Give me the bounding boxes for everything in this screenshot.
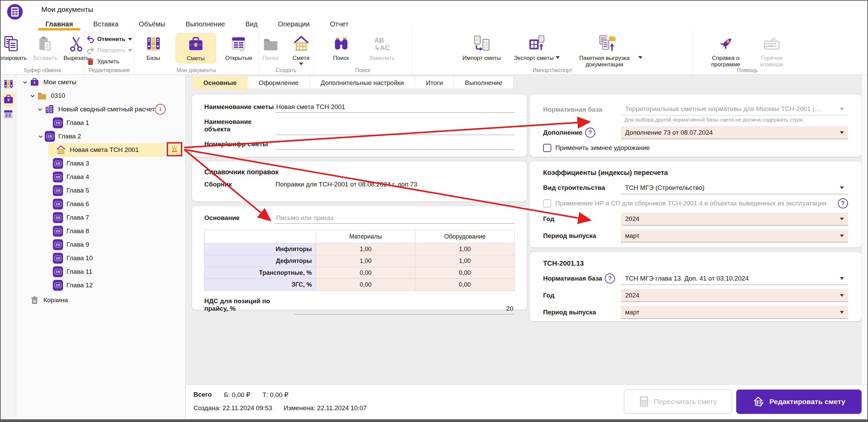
question-icon[interactable]: ? (585, 128, 595, 138)
rail-estimates-button[interactable] (2, 93, 15, 106)
export-icon (528, 35, 546, 53)
chevron-down-icon[interactable] (28, 92, 37, 100)
column-header-equipment: Оборудование (415, 230, 515, 243)
year-dropdown[interactable]: 2024 (621, 213, 848, 225)
binders-icon (145, 35, 162, 53)
about-button[interactable]: Справка о программе (702, 33, 749, 69)
rocket-icon (717, 35, 735, 53)
chapter-icon: гл (53, 172, 63, 182)
menu-tab-report[interactable]: Отчет (320, 18, 359, 30)
recalculate-button[interactable]: Пересчитать смету (624, 390, 732, 414)
hotkeys-button[interactable]: Горячие клавиши (751, 33, 792, 69)
tree-item-chapter-11[interactable]: глГлава 11 (16, 265, 185, 279)
tree-item-chapter-8[interactable]: глГлава 8 (16, 224, 185, 238)
batch-export-dropdown-caret[interactable] (638, 56, 642, 59)
export-estimate-button[interactable]: Экспорт сметы (512, 33, 562, 63)
tree-item-new-estimate-selected[interactable]: Новая смета ТСН 2001 (16, 143, 185, 157)
object-name-input[interactable] (275, 126, 515, 135)
corrections-card: Справочник поправок Сборник Поправки для… (192, 161, 527, 201)
tree-item-chapter-12[interactable]: глГлава 12 (16, 279, 185, 292)
redo-button[interactable]: Повторить (86, 46, 132, 54)
search-button[interactable]: Поиск (323, 33, 359, 63)
menu-tab-main[interactable]: Главная (35, 18, 83, 30)
ribbon-group-label: Поиск (314, 67, 412, 73)
ribbon-group-label: Помощь (693, 67, 802, 73)
tab-execution[interactable]: Выполнение (454, 76, 514, 89)
redo-dropdown-caret[interactable] (128, 49, 132, 52)
info-icon[interactable]: i (155, 104, 166, 115)
question-icon[interactable]: ? (605, 273, 615, 284)
delete-button[interactable]: Удалить (86, 58, 132, 66)
chevron-down-icon[interactable] (36, 105, 44, 113)
tsn13-year-dropdown[interactable]: 2024 (621, 289, 848, 302)
tree-item-chapter-7[interactable]: глГлава 7 (16, 211, 185, 224)
title-bar: Мои документы Главная Вставка Объёмы Вып… (1, 1, 867, 31)
chapter-icon: гл (53, 185, 63, 196)
edit-estimate-button[interactable]: Редактировать смету (736, 390, 862, 414)
estimate-number-input[interactable] (275, 140, 515, 150)
tree-item-chapter-6[interactable]: глГлава 6 (16, 197, 185, 211)
new-estimate-button[interactable]: Смета (287, 33, 316, 67)
vat-input[interactable]: 20 (294, 305, 515, 314)
tsn13-period-dropdown[interactable]: март (621, 306, 848, 319)
tree-item-my-estimates[interactable]: Мои сметы (16, 75, 185, 89)
estimate-number-label: Номер/шифр сметы (204, 140, 275, 150)
construction-type-dropdown[interactable]: ТСН МГЭ (Строительство) (621, 181, 848, 194)
tree-item-recycle-bin[interactable]: Корзина (16, 293, 185, 307)
menu-tab-volumes[interactable]: Объёмы (129, 18, 175, 30)
tree-item-chapter-1[interactable]: глГлава 1 (16, 116, 185, 130)
tree-item-chapter-5[interactable]: глГлава 5 (16, 184, 185, 197)
tsn13-base-dropdown[interactable]: ТСН МГЭ глава 13. Доп. 41 от 03.10.2024 (621, 272, 848, 285)
total-current-value: Т: 0,00 ₽ (263, 391, 289, 399)
open-documents-button[interactable]: Открытые (218, 33, 260, 63)
estimate-name-input[interactable] (275, 103, 515, 113)
tree-item-chapter-10[interactable]: глГлава 10 (16, 251, 185, 265)
tree-item-chapter-4[interactable]: глГлава 4 (16, 170, 185, 184)
export-dropdown-caret[interactable] (556, 56, 560, 59)
scrollbar[interactable] (862, 75, 867, 385)
tab-general[interactable]: Основные (192, 76, 248, 89)
copy-button[interactable]: Копировать (0, 33, 29, 63)
estimates-button[interactable]: Сметы (175, 33, 216, 63)
tab-additional-settings[interactable]: Дополнительные настройки (310, 76, 415, 89)
right-column: Нормативная база Территориальные сметные… (530, 94, 862, 321)
tree-item-chapter-2[interactable]: гл Глава 2 (16, 130, 185, 143)
import-estimate-button[interactable]: Импорт сметы (460, 33, 503, 63)
estimate-house-icon (56, 145, 66, 155)
batch-export-button[interactable]: Пакетная выгрузка документации (571, 33, 644, 69)
menu-tab-view[interactable]: Вид (235, 18, 268, 30)
tsn13-card: ТСН-2001.13 Нормативная база ? ТСН МГЭ г… (530, 252, 862, 321)
winter-surcharge-checkbox[interactable] (543, 144, 551, 152)
basis-input[interactable] (275, 214, 515, 224)
tree-item-chapter-9[interactable]: глГлава 9 (16, 238, 185, 251)
undo-dropdown-caret[interactable] (128, 38, 132, 41)
new-folder-button[interactable]: Папка (257, 33, 285, 63)
replace-button[interactable]: AB ↳AC Заменить (361, 33, 403, 63)
chevron-down-icon[interactable] (21, 78, 29, 86)
tree-item-folder-0310[interactable]: 0310 (16, 89, 185, 103)
menu-tab-execution[interactable]: Выполнение (175, 18, 235, 30)
rail-bases-button[interactable] (2, 77, 15, 91)
nr-sp-row: Применение НР и СП для сборников ТСН-200… (543, 198, 848, 208)
paste-button[interactable]: Вставить (31, 33, 59, 63)
bases-button[interactable]: Базы (133, 33, 173, 63)
tree-item-summary-calculation[interactable]: Новый сводный сметный расчет i (16, 103, 185, 116)
normative-base-dropdown[interactable]: Территориальные сметные нормативы для Мо… (621, 103, 848, 115)
chevron-down-icon[interactable] (37, 132, 45, 140)
siren-icon (170, 145, 179, 153)
tab-totals[interactable]: Итоги (415, 76, 454, 89)
ribbon-group-label: Создать (259, 67, 313, 73)
menu-tab-operations[interactable]: Операции (268, 18, 320, 30)
tree-item-chapter-3[interactable]: глГлава 3 (16, 157, 185, 170)
trash-icon (86, 58, 95, 66)
tab-formatting[interactable]: Оформление (248, 76, 310, 89)
rail-open-documents-button[interactable] (2, 108, 15, 121)
menu-tab-insert[interactable]: Вставка (83, 18, 128, 30)
supplement-dropdown[interactable]: Дополнение 73 от 08.07.2024 (621, 126, 848, 139)
question-icon[interactable]: ? (838, 198, 848, 208)
window-title: Мои документы (41, 5, 93, 14)
release-period-dropdown[interactable]: март (621, 229, 848, 242)
undo-button[interactable]: Отменить (86, 35, 132, 43)
nr-sp-checkbox[interactable] (543, 199, 551, 207)
new-estimate-dropdown-caret[interactable] (299, 63, 303, 65)
